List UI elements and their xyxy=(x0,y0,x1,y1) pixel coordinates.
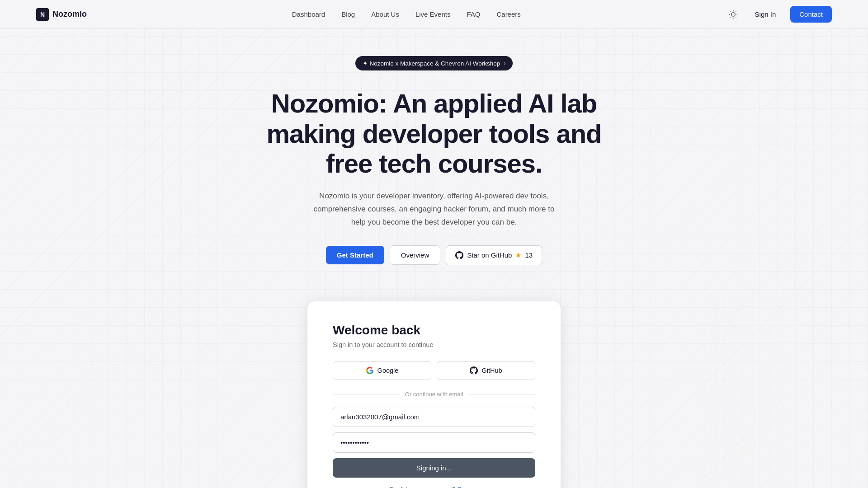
contact-button[interactable]: Contact xyxy=(790,6,832,23)
divider-text: Or continue with email xyxy=(405,391,463,398)
right-fade-decoration xyxy=(701,292,800,488)
card-area: Welcome back Sign in to your account to … xyxy=(231,301,637,488)
nav-blog[interactable]: Blog xyxy=(341,10,355,18)
hero-subtitle: Nozomio is your developer inventory, off… xyxy=(307,190,561,229)
logo-icon: N xyxy=(36,8,49,21)
email-divider: Or continue with email xyxy=(333,391,535,398)
github-star-button[interactable]: Star on GitHub ★ 13 xyxy=(446,245,542,265)
google-signin-button[interactable]: Google xyxy=(333,361,431,380)
svg-line-8 xyxy=(736,11,736,12)
github-label: GitHub xyxy=(481,367,502,374)
password-input[interactable] xyxy=(333,432,535,453)
social-buttons: Google GitHub xyxy=(333,361,535,380)
svg-line-7 xyxy=(730,17,731,17)
main-content: ✦ Nozomio x Makerspace & Chevron AI Work… xyxy=(0,29,868,488)
announcement-text: ✦ Nozomio x Makerspace & Chevron AI Work… xyxy=(363,60,500,67)
sign-in-button[interactable]: Sign In xyxy=(750,7,782,22)
divider-left xyxy=(333,394,400,394)
google-label: Google xyxy=(377,367,399,374)
overview-button[interactable]: Overview xyxy=(390,245,441,265)
github-icon xyxy=(455,251,463,259)
nav-dashboard[interactable]: Dashboard xyxy=(292,10,325,18)
github-signin-button[interactable]: GitHub xyxy=(437,361,535,380)
github-star-label: Star on GitHub xyxy=(467,251,512,259)
signin-card: Welcome back Sign in to your account to … xyxy=(307,301,561,488)
theme-toggle-button[interactable] xyxy=(726,7,741,22)
signin-subtitle: Sign in to your account to continue xyxy=(333,341,535,348)
signup-row: Don't have an account? Sign up xyxy=(333,486,535,488)
github-signin-icon xyxy=(470,366,478,375)
no-account-text: Don't have an account? xyxy=(389,486,456,488)
logo-text: Nozomio xyxy=(52,9,87,19)
submit-button[interactable]: Signing in... xyxy=(333,458,535,478)
signin-title: Welcome back xyxy=(333,323,535,338)
divider-right xyxy=(468,394,535,394)
logo-link[interactable]: N Nozomio xyxy=(36,8,87,21)
nav-live-events[interactable]: Live Events xyxy=(415,10,451,18)
svg-line-4 xyxy=(736,17,736,17)
nav-right: Sign In Contact xyxy=(726,6,832,23)
announcement-banner[interactable]: ✦ Nozomio x Makerspace & Chevron AI Work… xyxy=(355,56,513,70)
svg-line-3 xyxy=(730,11,731,12)
google-icon xyxy=(366,366,374,375)
navbar: N Nozomio Dashboard Blog About Us Live E… xyxy=(0,0,868,29)
nav-about[interactable]: About Us xyxy=(371,10,399,18)
get-started-button[interactable]: Get Started xyxy=(326,246,384,264)
github-star-count: 13 xyxy=(525,251,533,259)
announcement-arrow: › xyxy=(504,60,505,66)
nav-links: Dashboard Blog About Us Live Events FAQ … xyxy=(292,10,521,19)
hero-title: Nozomio: An applied AI lab making develo… xyxy=(258,89,610,179)
nav-faq[interactable]: FAQ xyxy=(467,10,480,18)
cta-row: Get Started Overview Star on GitHub ★ 13 xyxy=(326,245,542,265)
nav-careers[interactable]: Careers xyxy=(496,10,520,18)
svg-point-0 xyxy=(731,12,735,16)
github-star-icon: ★ xyxy=(515,251,521,259)
email-input[interactable] xyxy=(333,407,535,427)
signup-link[interactable]: Sign up xyxy=(458,486,479,488)
